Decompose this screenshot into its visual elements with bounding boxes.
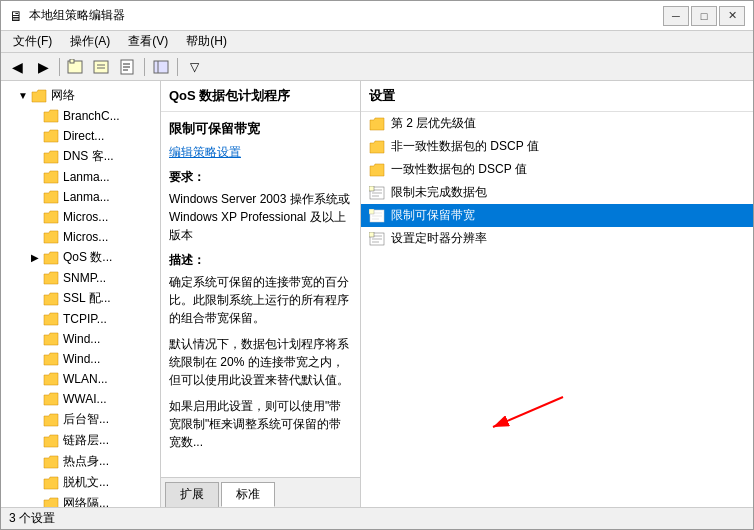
edit-policy-link[interactable]: 编辑策略设置	[169, 145, 241, 159]
sidebar-item-netiso[interactable]: 网络隔...	[1, 493, 160, 507]
list-item-timer-resolution[interactable]: 设置定时器分辨率	[361, 227, 753, 250]
folder-icon-dns	[43, 149, 59, 165]
maximize-button[interactable]: □	[691, 6, 717, 26]
sidebar-label-dns: DNS 客...	[63, 148, 114, 165]
menu-bar: 文件(F) 操作(A) 查看(V) 帮助(H)	[1, 31, 753, 53]
sidebar-item-branchc[interactable]: BranchC...	[1, 106, 160, 126]
menu-help[interactable]: 帮助(H)	[178, 31, 235, 52]
toolbar-sep-1	[59, 58, 60, 76]
list-label-dscp-conform: 一致性数据包的 DSCP 值	[391, 161, 527, 178]
close-button[interactable]: ✕	[719, 6, 745, 26]
menu-view[interactable]: 查看(V)	[120, 31, 176, 52]
folder-icon-ssl	[43, 291, 59, 307]
expand-icon-hotspot	[29, 456, 41, 468]
sidebar-item-tcpip[interactable]: TCPIP...	[1, 309, 160, 329]
sidebar-item-dns[interactable]: DNS 客...	[1, 146, 160, 167]
sidebar-item-wwai[interactable]: WWAI...	[1, 389, 160, 409]
folder-icon-micros1	[43, 209, 59, 225]
list-item-dscp-nonconform[interactable]: 非一致性数据包的 DSCP 值	[361, 135, 753, 158]
folder-icon-offline	[43, 475, 59, 491]
list-label-dscp-nonconform: 非一致性数据包的 DSCP 值	[391, 138, 539, 155]
sidebar-label-direct: Direct...	[63, 129, 104, 143]
menu-file[interactable]: 文件(F)	[5, 31, 60, 52]
policy-title: 限制可保留带宽	[169, 120, 352, 138]
menu-action[interactable]: 操作(A)	[62, 31, 118, 52]
tab-standard[interactable]: 标准	[221, 482, 275, 507]
sidebar-item-direct[interactable]: Direct...	[1, 126, 160, 146]
toolbar-btn1[interactable]	[64, 56, 88, 78]
svg-rect-25	[369, 232, 374, 237]
sidebar-label-ssl: SSL 配...	[63, 290, 111, 307]
expand-icon-lanma1	[29, 171, 41, 183]
tab-expand[interactable]: 扩展	[165, 482, 219, 507]
sidebar-item-wind1[interactable]: Wind...	[1, 329, 160, 349]
sidebar-label-wwai: WWAI...	[63, 392, 107, 406]
sidebar-label-bgtask: 后台智...	[63, 411, 109, 428]
sidebar-label-micros1: Micros...	[63, 210, 108, 224]
sidebar-item-network[interactable]: ▼ 网络	[1, 85, 160, 106]
list-item-layer2[interactable]: 第 2 层优先级值	[361, 112, 753, 135]
expand-icon-wind2	[29, 353, 41, 365]
sidebar-label-wlan: WLAN...	[63, 372, 108, 386]
status-text: 3 个设置	[9, 510, 55, 527]
sidebar-item-bgtask[interactable]: 后台智...	[1, 409, 160, 430]
toolbar-forward[interactable]: ▶	[31, 56, 55, 78]
toolbar-sep-3	[177, 58, 178, 76]
folder-icon-qos	[43, 250, 59, 266]
sidebar-item-wind2[interactable]: Wind...	[1, 349, 160, 369]
sidebar-item-micros2[interactable]: Micros...	[1, 227, 160, 247]
policy-icon-limit-incomplete	[369, 185, 385, 201]
list-label-limit-incomplete: 限制未完成数据包	[391, 184, 487, 201]
folder-icon-direct	[43, 128, 59, 144]
expand-icon-ssl	[29, 293, 41, 305]
main-window: 🖥 本地组策略编辑器 ─ □ ✕ 文件(F) 操作(A) 查看(V) 帮助(H)…	[0, 0, 754, 530]
folder-icon-link	[43, 433, 59, 449]
list-item-limit-incomplete[interactable]: 限制未完成数据包	[361, 181, 753, 204]
sidebar-label-tcpip: TCPIP...	[63, 312, 107, 326]
middle-panel-content: 限制可保留带宽 编辑策略设置 要求： Windows Server 2003 操…	[161, 112, 360, 477]
sidebar-label-branchc: BranchC...	[63, 109, 120, 123]
list-item-limit-bandwidth[interactable]: 限制可保留带宽	[361, 204, 753, 227]
title-bar: 🖥 本地组策略编辑器 ─ □ ✕	[1, 1, 753, 31]
sidebar-item-wlan[interactable]: WLAN...	[1, 369, 160, 389]
folder-icon-lanma1	[43, 169, 59, 185]
list-item-dscp-conform[interactable]: 一致性数据包的 DSCP 值	[361, 158, 753, 181]
toolbar-back[interactable]: ◀	[5, 56, 29, 78]
toolbar: ◀ ▶	[1, 53, 753, 81]
sidebar-item-lanma1[interactable]: Lanma...	[1, 167, 160, 187]
description-text3: 如果启用此设置，则可以使用"带宽限制"框来调整系统可保留的带宽数...	[169, 397, 352, 451]
sidebar-item-qos[interactable]: ▶ QoS 数...	[1, 247, 160, 268]
window-icon: 🖥	[9, 8, 23, 24]
expand-icon-qos: ▶	[29, 252, 41, 264]
toolbar-btn3[interactable]	[116, 56, 140, 78]
toolbar-btn4[interactable]	[149, 56, 173, 78]
sidebar-label-micros2: Micros...	[63, 230, 108, 244]
sidebar-item-link[interactable]: 链路层...	[1, 430, 160, 451]
sidebar-item-snmp[interactable]: SNMP...	[1, 268, 160, 288]
right-panel-header: 设置	[361, 81, 753, 112]
folder-icon-hotspot	[43, 454, 59, 470]
toolbar-btn2[interactable]	[90, 56, 114, 78]
window-title: 本地组策略编辑器	[29, 7, 125, 24]
description-text1: 确定系统可保留的连接带宽的百分比。此限制系统上运行的所有程序的组合带宽保留。	[169, 273, 352, 327]
svg-rect-2	[94, 61, 108, 73]
expand-icon-snmp	[29, 272, 41, 284]
folder-icon-branchc	[43, 108, 59, 124]
sidebar-item-ssl[interactable]: SSL 配...	[1, 288, 160, 309]
expand-icon-bgtask	[29, 414, 41, 426]
expand-icon-micros1	[29, 211, 41, 223]
folder-icon-lanma2	[43, 189, 59, 205]
sidebar-label-qos: QoS 数...	[63, 249, 112, 266]
sidebar-item-lanma2[interactable]: Lanma...	[1, 187, 160, 207]
content-panels: ▼ 网络 BranchC...	[1, 81, 753, 507]
folder-icon-network	[31, 88, 47, 104]
expand-icon-netiso	[29, 498, 41, 508]
sidebar-item-hotspot[interactable]: 热点身...	[1, 451, 160, 472]
sidebar-label-hotspot: 热点身...	[63, 453, 109, 470]
sidebar-item-micros1[interactable]: Micros...	[1, 207, 160, 227]
sidebar-label-wind2: Wind...	[63, 352, 100, 366]
toolbar-filter[interactable]: ▽	[182, 56, 206, 78]
svg-rect-1	[70, 59, 74, 63]
sidebar-item-offline[interactable]: 脱机文...	[1, 472, 160, 493]
minimize-button[interactable]: ─	[663, 6, 689, 26]
